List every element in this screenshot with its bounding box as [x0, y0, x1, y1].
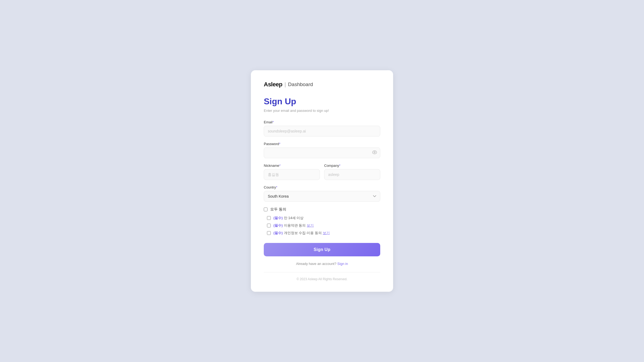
page-subtitle: Enter your email and password to sign up…: [264, 109, 380, 113]
consent-all-row: 모두 동의: [264, 207, 380, 212]
email-input[interactable]: [264, 126, 380, 136]
consent-item-1: (필수) 만 14세 이상: [267, 216, 380, 220]
svg-point-1: [374, 152, 375, 153]
email-group: Email*: [264, 120, 380, 136]
page-title: Sign Up: [264, 97, 380, 106]
company-input[interactable]: [324, 169, 380, 180]
consent-all-checkbox[interactable]: [264, 208, 268, 211]
signin-link[interactable]: Sign in: [337, 262, 348, 266]
consent-checkbox-2[interactable]: [267, 224, 271, 227]
signin-prompt: Already have an account?: [296, 262, 336, 266]
consent-all-label: 모두 동의: [270, 207, 286, 212]
country-group: Country* South Korea United States Japan…: [264, 185, 380, 202]
signin-row: Already have an account? Sign in: [264, 262, 380, 266]
signup-button[interactable]: Sign Up: [264, 243, 380, 256]
password-input[interactable]: [264, 147, 380, 158]
consent-checkbox-1[interactable]: [267, 216, 271, 220]
consent-label-2: (필수) 이용약관 동의 보기: [273, 223, 314, 228]
consent-item-3: (필수) 개인정보 수집·이용 동의 보기: [267, 231, 380, 235]
consent-label-1: (필수) 만 14세 이상: [273, 216, 303, 220]
password-group: Password*: [264, 142, 380, 158]
consent-section: 모두 동의 (필수) 만 14세 이상 (필수) 이용약관 동의 보기: [264, 207, 380, 235]
nickname-input[interactable]: [264, 169, 320, 180]
password-label: Password*: [264, 142, 380, 146]
privacy-view-link[interactable]: 보기: [323, 231, 330, 235]
country-label: Country*: [264, 185, 380, 189]
nickname-group: Nickname*: [264, 164, 320, 180]
terms-view-link[interactable]: 보기: [307, 223, 314, 228]
logo-divider: |: [284, 82, 286, 88]
company-label: Company*: [324, 164, 380, 168]
eye-icon[interactable]: [372, 150, 377, 155]
logo-dashboard: Dashboard: [288, 82, 313, 87]
nickname-company-row: Nickname* Company*: [264, 164, 380, 180]
nickname-label: Nickname*: [264, 164, 320, 168]
footer-text: © 2023 Asleep All Rights Reserved.: [264, 272, 380, 281]
consent-item-2: (필수) 이용약관 동의 보기: [267, 223, 380, 228]
signup-card: Asleep | Dashboard Sign Up Enter your em…: [251, 70, 393, 292]
consent-checkbox-3[interactable]: [267, 231, 271, 235]
consent-label-3: (필수) 개인정보 수집·이용 동의 보기: [273, 231, 330, 235]
logo-asleep: Asleep: [264, 81, 282, 88]
email-label: Email*: [264, 120, 380, 124]
company-group: Company*: [324, 164, 380, 180]
svg-point-0: [372, 151, 377, 154]
consent-items: (필수) 만 14세 이상 (필수) 이용약관 동의 보기 (필수) 개인정보 …: [264, 216, 380, 235]
password-wrapper: [264, 147, 380, 158]
logo-area: Asleep | Dashboard: [264, 81, 380, 88]
country-select[interactable]: South Korea United States Japan China Ot…: [264, 191, 380, 202]
